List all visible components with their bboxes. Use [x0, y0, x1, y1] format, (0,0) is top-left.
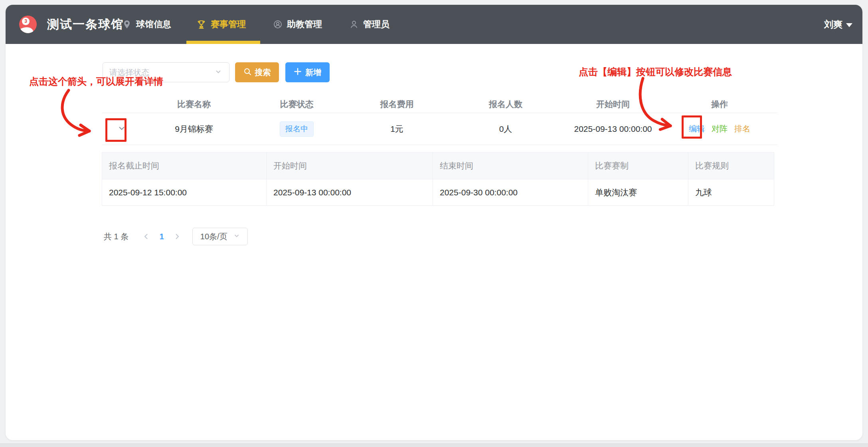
detail-header-row: 报名截止时间 开始时间 结束时间 比赛赛制 比赛规则	[102, 153, 774, 179]
cell-fee: 1元	[347, 123, 447, 135]
annotation-edit-tip: 点击【编辑】按钮可以修改比赛信息	[579, 66, 732, 78]
top-navbar: 3 测试一条球馆 球馆信息 赛事管理	[6, 5, 862, 44]
detail-format-value: 单败淘汰赛	[588, 179, 688, 205]
nav-label: 助教管理	[287, 18, 322, 30]
bracket-link[interactable]: 对阵	[712, 123, 728, 134]
page-size-value: 10条/页	[200, 231, 227, 242]
detail-rules-value: 九球	[688, 179, 774, 205]
page-number-1[interactable]: 1	[153, 232, 170, 241]
detail-start-value: 2025-09-13 00:00:00	[267, 179, 433, 205]
events-table-header: 比赛名称 比赛状态 报名费用 报名人数 开始时间 操作	[102, 96, 778, 113]
trophy-icon	[196, 20, 206, 30]
nav-item-venue-info[interactable]: 球馆信息	[122, 5, 171, 44]
annotation-expand-tip: 点击这个箭头，可以展开看详情	[29, 75, 163, 88]
page-bottom-strip	[0, 443, 868, 447]
detail-column-end: 结束时间	[433, 153, 588, 179]
search-button[interactable]: 搜索	[235, 62, 279, 82]
page-size-select[interactable]: 10条/页	[192, 228, 248, 245]
billiard-ball-logo-icon: 3	[19, 16, 37, 33]
chevron-down-icon	[214, 67, 223, 77]
prev-page-button[interactable]	[140, 228, 153, 245]
logo-ball-number: 3	[22, 18, 30, 25]
pagination: 共 1 条 1 10条/页	[104, 228, 248, 245]
table-row: 9月锦标赛 报名中 1元 0人 2025-09-13 00:00:00 编辑 对…	[102, 113, 778, 145]
nav-item-event-management[interactable]: 赛事管理	[196, 5, 246, 44]
coach-icon	[273, 20, 283, 29]
annotation-box-edit	[682, 115, 702, 139]
plus-icon	[294, 68, 302, 77]
cell-actions: 编辑 对阵 排名	[661, 123, 778, 134]
detail-column-rules: 比赛规则	[688, 153, 774, 179]
nav-label: 管理员	[363, 18, 390, 30]
detail-value-row: 2025-09-12 15:00:00 2025-09-13 00:00:00 …	[102, 179, 774, 205]
nav-item-coach-management[interactable]: 助教管理	[273, 5, 322, 44]
nav-label: 球馆信息	[136, 18, 171, 30]
detail-column-format: 比赛赛制	[588, 153, 688, 179]
detail-column-start: 开始时间	[267, 153, 433, 179]
pagination-total: 共 1 条	[104, 231, 129, 242]
detail-end-value: 2025-09-30 00:00:00	[433, 179, 588, 205]
cell-event-name: 9月锦标赛	[142, 123, 246, 135]
column-actions: 操作	[661, 96, 778, 113]
user-icon	[349, 20, 359, 29]
column-count: 报名人数	[447, 96, 565, 113]
cell-count: 0人	[447, 123, 565, 135]
expanded-detail-table: 报名截止时间 开始时间 结束时间 比赛赛制 比赛规则 2025-09-12 15…	[102, 152, 774, 206]
ranking-link[interactable]: 排名	[734, 123, 750, 134]
detail-deadline-value: 2025-09-12 15:00:00	[102, 179, 267, 205]
search-icon	[243, 68, 251, 77]
add-button-label: 新增	[305, 67, 321, 78]
logo-crescent-shape	[19, 25, 35, 33]
column-expand	[102, 96, 142, 113]
detail-column-deadline: 报名截止时间	[102, 153, 267, 179]
app-screen: 3 测试一条球馆 球馆信息 赛事管理	[0, 0, 868, 447]
user-name: 刘爽	[824, 18, 842, 31]
column-start-time: 开始时间	[565, 96, 661, 113]
column-fee: 报名费用	[347, 96, 447, 113]
user-dropdown[interactable]: 刘爽	[824, 5, 852, 44]
app-card: 3 测试一条球馆 球馆信息 赛事管理	[6, 5, 862, 440]
column-name: 比赛名称	[142, 96, 246, 113]
cell-start-time: 2025-09-13 00:00:00	[565, 124, 661, 134]
search-button-label: 搜索	[255, 67, 271, 78]
nav-label: 赛事管理	[211, 18, 246, 30]
chevron-down-icon	[233, 232, 240, 241]
caret-down-icon	[846, 23, 852, 27]
next-page-button[interactable]	[170, 228, 184, 245]
nav-item-admin[interactable]: 管理员	[349, 5, 390, 44]
annotation-box-expand	[105, 118, 127, 142]
active-tab-underline	[186, 41, 260, 44]
status-badge: 报名中	[280, 121, 314, 137]
column-status: 比赛状态	[246, 96, 347, 113]
location-pin-icon	[122, 20, 132, 29]
add-button[interactable]: 新增	[285, 62, 330, 82]
venue-title: 测试一条球馆	[47, 5, 124, 44]
